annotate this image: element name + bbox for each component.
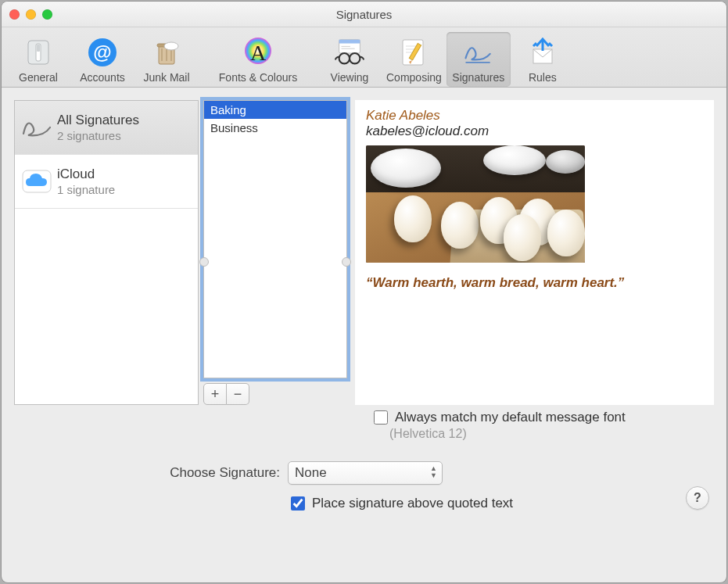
match-font-label: Always match my default message font: [395, 410, 626, 425]
svg-point-10: [164, 42, 178, 50]
resize-handle-icon[interactable]: [342, 257, 351, 267]
tab-composing[interactable]: Composing: [382, 32, 446, 87]
tab-fonts-colours[interactable]: A Fonts & Colours: [199, 32, 317, 87]
signature-list-column: Baking Business + −: [203, 100, 347, 405]
rules-icon: [525, 35, 560, 70]
add-signature-button[interactable]: +: [203, 383, 227, 405]
three-pane-area: All Signatures 2 signatures iCloud 1 sig…: [2, 88, 726, 408]
tab-label: Accounts: [80, 71, 125, 84]
tab-signatures[interactable]: Signatures: [446, 32, 511, 87]
resize-handle-icon[interactable]: [199, 257, 209, 267]
zoom-icon[interactable]: [42, 9, 52, 20]
signature-preview-email: kabeles@icloud.com: [366, 124, 703, 139]
choose-signature-label: Choose Signature:: [14, 465, 280, 481]
options-row: Always match my default message font (He…: [2, 408, 726, 441]
svg-point-18: [350, 53, 360, 63]
svg-text:A: A: [250, 41, 267, 65]
account-list[interactable]: All Signatures 2 signatures iCloud 1 sig…: [14, 100, 199, 405]
svg-rect-2: [37, 45, 40, 52]
trash-icon: [149, 35, 184, 70]
account-sub: 2 signatures: [57, 129, 139, 142]
signature-preview-name: Katie Abeles: [366, 108, 703, 124]
account-name: iCloud: [57, 167, 115, 182]
tab-label: Composing: [386, 71, 442, 84]
tab-viewing[interactable]: Viewing: [317, 32, 382, 87]
scribble-icon: [20, 110, 54, 145]
help-button[interactable]: ?: [686, 486, 709, 510]
signature-item-business[interactable]: Business: [204, 119, 346, 137]
signature-list[interactable]: Baking Business: [203, 100, 347, 378]
tab-label: Fonts & Colours: [219, 71, 297, 84]
account-icloud[interactable]: iCloud 1 signature: [15, 155, 198, 209]
choose-signature-row: Choose Signature: None ▲▼: [14, 461, 714, 485]
tab-junk-mail[interactable]: Junk Mail: [134, 32, 199, 87]
tab-label: Junk Mail: [143, 71, 189, 84]
signature-preview-quote: “Warm hearth, warm bread, warm heart.”: [366, 275, 703, 291]
glasses-icon: [332, 35, 367, 70]
signatures-window: Signatures General @ Accounts: [2, 2, 726, 582]
tab-general[interactable]: General: [6, 32, 70, 87]
font-colour-icon: A: [241, 35, 275, 70]
tab-accounts[interactable]: @ Accounts: [70, 32, 134, 87]
add-remove-bar: + −: [203, 383, 347, 405]
svg-rect-14: [339, 40, 360, 44]
close-icon[interactable]: [9, 9, 20, 20]
minimize-icon[interactable]: [26, 9, 36, 20]
signature-icon: [461, 35, 496, 70]
match-font-checkbox[interactable]: [374, 410, 388, 425]
tab-rules[interactable]: Rules: [511, 32, 575, 87]
content-area: All Signatures 2 signatures iCloud 1 sig…: [2, 88, 726, 582]
place-above-checkbox-row[interactable]: Place signature above quoted text: [288, 494, 513, 513]
choose-signature-popup[interactable]: None ▲▼: [288, 461, 443, 485]
font-description: (Helvetica 12): [371, 427, 626, 441]
chevron-updown-icon: ▲▼: [430, 465, 437, 479]
tab-label: Rules: [529, 71, 557, 84]
remove-signature-button[interactable]: −: [227, 383, 249, 405]
svg-point-17: [339, 53, 350, 63]
signature-item-baking[interactable]: Baking: [204, 101, 346, 119]
svg-text:@: @: [93, 41, 111, 63]
match-font-checkbox-row[interactable]: Always match my default message font: [371, 408, 626, 427]
window-title: Signatures: [2, 8, 726, 21]
compose-icon: [396, 35, 431, 70]
prefs-toolbar: General @ Accounts: [2, 27, 726, 88]
switch-icon: [21, 35, 56, 70]
bottom-options: Choose Signature: None ▲▼ Place signatur…: [2, 461, 726, 527]
icloud-icon: [20, 164, 54, 199]
account-all-signatures[interactable]: All Signatures 2 signatures: [15, 101, 198, 155]
signature-editor[interactable]: Katie Abeles kabeles@icloud.com: [355, 100, 714, 405]
account-sub: 1 signature: [57, 183, 115, 196]
choose-signature-value: None: [295, 465, 327, 481]
place-above-label: Place signature above quoted text: [312, 496, 513, 511]
at-icon: @: [85, 35, 120, 70]
tab-label: Signatures: [452, 71, 504, 84]
place-above-row: Place signature above quoted text: [14, 494, 714, 513]
account-name: All Signatures: [57, 113, 139, 128]
window-controls: [9, 9, 52, 20]
signature-preview-image: [366, 145, 585, 263]
tab-label: General: [19, 71, 58, 84]
match-font-option: Always match my default message font (He…: [366, 408, 626, 441]
tab-label: Viewing: [331, 71, 369, 84]
titlebar: Signatures: [2, 2, 726, 27]
place-above-checkbox[interactable]: [291, 496, 305, 511]
